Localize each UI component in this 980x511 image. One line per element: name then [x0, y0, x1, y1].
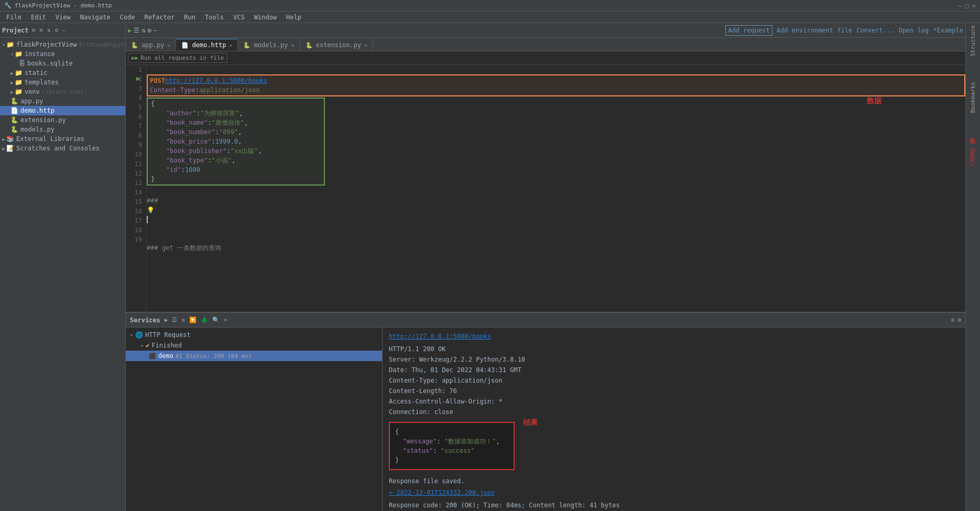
toolbar-gear-icon[interactable]: ⚙ [147, 27, 151, 34]
add-request-button[interactable]: Add request [725, 25, 772, 36]
close-tab-app-py[interactable]: ✕ [167, 42, 170, 48]
http-run-toolbar: ▶▶ Run all requests in file [126, 51, 965, 65]
tree-item-scratches[interactable]: ▶ 📝 Scratches and Consoles [0, 144, 125, 153]
run-btn[interactable]: ▶▶ Run all requests in file [128, 53, 227, 63]
menu-item-navigate[interactable]: Navigate [76, 13, 115, 22]
tree-item-demo-http[interactable]: 📄 demo.http [0, 106, 125, 115]
services-sort-icon[interactable]: ⇅ [181, 317, 185, 323]
title-bar-right: — □ ✕ [958, 2, 976, 9]
minimize-button[interactable]: — [958, 2, 962, 9]
code-line-18 [147, 234, 965, 243]
tree-item-extension-py[interactable]: 🐍 extension.py [0, 115, 125, 125]
menu-item-edit[interactable]: Edit [27, 13, 50, 22]
services-header-right: ⚙ ⚙ [951, 317, 961, 323]
close-button[interactable]: ✕ [972, 2, 976, 9]
tree-item-venv[interactable]: ▶ 📁 venv library root [0, 87, 125, 96]
open-log-button[interactable]: Open log [898, 27, 929, 34]
app-icon: 🔧 [4, 2, 12, 9]
service-finished[interactable]: ▾ ✔ Finished [126, 340, 382, 351]
menu-item-help[interactable]: Help [282, 13, 306, 22]
tree-item-templates[interactable]: ▶ 📁 templates [0, 78, 125, 87]
header-content-type: Content-Type: application/json [389, 376, 959, 385]
bookmarks-icon[interactable]: Bookmarks [970, 82, 976, 113]
service-demo-request[interactable]: ⬛ demo #1 Status: 200 (84 ms) [126, 351, 382, 361]
toolbar-run-icon[interactable]: ▶ [128, 27, 132, 34]
code-line-10: "book_type": "小说", [151, 156, 321, 165]
tree-item-books-sqlite[interactable]: 🗄 books.sqlite [0, 59, 125, 68]
tree-root[interactable]: ▾ 📁 flaskProjectView E:\htcode\pythoncod [0, 40, 125, 49]
structure-icon[interactable]: Structure [970, 25, 976, 57]
toolbar-sort-icon[interactable]: ⇅ [141, 27, 145, 34]
menu-item-window[interactable]: Window [250, 13, 281, 22]
bulb-icon: 💡 [147, 206, 155, 214]
add-environment-button[interactable]: Add environment file [777, 27, 853, 34]
arrow-icon: ▾ [130, 332, 133, 338]
menu-item-run[interactable]: Run [180, 13, 200, 22]
services-search-icon[interactable]: 🔍 [212, 317, 220, 323]
code-line-16[interactable] [147, 215, 965, 224]
status-line: HTTP/1.1 200 OK [389, 344, 959, 354]
menu-item-vcs[interactable]: VCS [229, 13, 249, 22]
right-tab-strip: Structure Bookmarks CSDN@飞狒 [965, 23, 980, 511]
code-line-11: "id": 1000 [151, 165, 321, 175]
http-icon: 🌐 [135, 331, 143, 339]
example-button[interactable]: *Example [933, 27, 963, 34]
services-gear2-icon[interactable]: ⚙ [957, 317, 961, 323]
tab-extension-py[interactable]: 🐍 extension.py ✕ [300, 39, 374, 51]
gear-icon[interactable]: ⚙ [53, 26, 59, 35]
tree-item-instance[interactable]: ▾ 📁 instance [0, 49, 125, 59]
close-tab-models-py[interactable]: ✕ [291, 42, 294, 48]
response-url[interactable]: http://127.0.0.1:5000/books [389, 332, 959, 341]
tree-item-static[interactable]: ▶ 📁 static [0, 68, 125, 78]
tab-app-py[interactable]: 🐍 app.py ✕ [126, 39, 176, 51]
tab-demo-http[interactable]: 📄 demo.http ✕ [176, 39, 238, 51]
request-icon: ⬛ [149, 353, 156, 360]
code-line-15: 💡 [147, 205, 965, 215]
menu-bar: FileEditViewNavigateCodeRefactorRunTools… [0, 12, 980, 23]
minus-icon[interactable]: — [61, 26, 67, 35]
header-access-control: Access-Control-Allow-Origin: * [389, 397, 959, 406]
title-text: flaskProjectView - demo.http [15, 2, 112, 9]
response-headers: HTTP/1.1 200 OK Server: Werkzeug/2.2.2 P… [389, 344, 959, 417]
services-settings-icon[interactable]: ⚙ [951, 317, 955, 323]
services-list-icon[interactable]: ☰ [172, 317, 177, 323]
run-request-icon[interactable]: ▶ [136, 74, 140, 82]
csdn-logo[interactable]: CSDN@飞狒 [969, 148, 977, 166]
services-header: Services ▶ ☰ ⇅ 🔽 🌲 🔍 + ⚙ ⚙ [126, 313, 965, 328]
services-run-icon[interactable]: ▶ [165, 317, 168, 323]
service-http-request[interactable]: ▾ 🌐 HTTP Request [126, 330, 382, 340]
app-py-icon: 🐍 [131, 42, 138, 49]
finished-icon: ✔ [146, 342, 149, 349]
main-layout: Project ⚙ ≡ ⇅ ⚙ — ▾ 📁 flaskProjectView E… [0, 23, 980, 511]
services-tree-icon[interactable]: 🌲 [201, 317, 208, 323]
close-tab-extension-py[interactable]: ✕ [364, 42, 367, 48]
services-tree: ▾ 🌐 HTTP Request ▾ ✔ Finished ⬛ demo [126, 328, 383, 511]
services-title: Services [130, 317, 160, 324]
code-line-6: "book_name": "唐僧自传", [151, 118, 321, 127]
settings-icon[interactable]: ⚙ [31, 26, 37, 35]
code-area: ▶ POST http://127.0.0.1:5000/books Conte… [147, 65, 965, 312]
menu-item-tools[interactable]: Tools [201, 13, 228, 22]
editor-toolbar: ▶ ☰ ⇅ ⚙ — Add request Add environment fi… [126, 23, 965, 38]
sort-icon[interactable]: ≡ [38, 26, 44, 35]
expand-icon[interactable]: ⇅ [46, 26, 52, 35]
response-file-link[interactable]: > 2022-12-01T124332.200.json [389, 489, 495, 496]
menu-item-code[interactable]: Code [116, 13, 139, 22]
close-tab-demo-http[interactable]: ✕ [229, 42, 232, 48]
tree-item-external-libs[interactable]: ▶ 📚 External Libraries [0, 134, 125, 144]
convert-button[interactable]: Convert... [856, 27, 894, 34]
services-filter-icon[interactable]: 🔽 [189, 317, 197, 323]
menu-item-view[interactable]: View [51, 13, 75, 22]
code-line-3: Content-Type: application/json [150, 85, 962, 95]
toolbar-minus-icon[interactable]: — [154, 27, 157, 34]
editor-content: 1 2 3 4 5 6 7 8 9 10 11 12 13 14 15 16 1 [126, 65, 965, 312]
services-add-icon[interactable]: + [224, 317, 227, 323]
tree-item-app-py[interactable]: 🐍 app.py [0, 96, 125, 106]
menu-item-file[interactable]: File [2, 13, 26, 22]
response-footer-file: > 2022-12-01T124332.200.json [389, 488, 959, 497]
toolbar-list-icon[interactable]: ☰ [134, 27, 139, 34]
tree-item-models-py[interactable]: 🐍 models.py [0, 125, 125, 134]
maximize-button[interactable]: □ [965, 2, 969, 9]
menu-item-refactor[interactable]: Refactor [140, 13, 179, 22]
tab-models-py[interactable]: 🐍 models.py ✕ [238, 39, 300, 51]
